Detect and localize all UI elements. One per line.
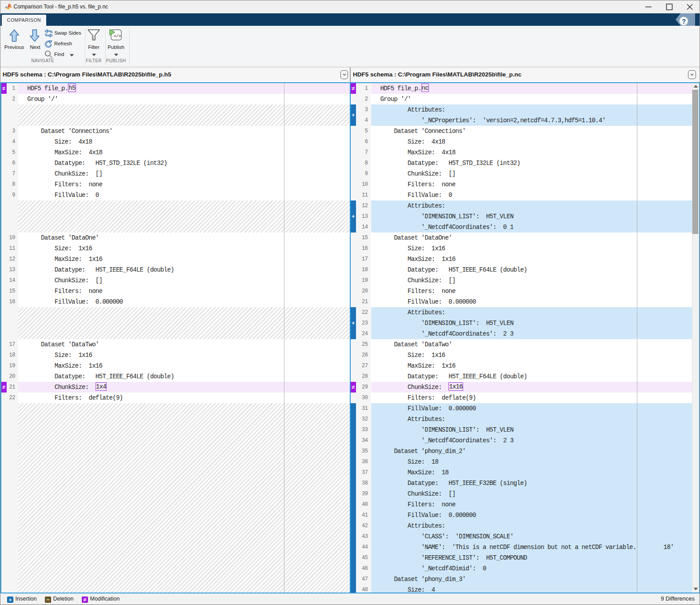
- svg-text:</>: </>: [114, 34, 121, 39]
